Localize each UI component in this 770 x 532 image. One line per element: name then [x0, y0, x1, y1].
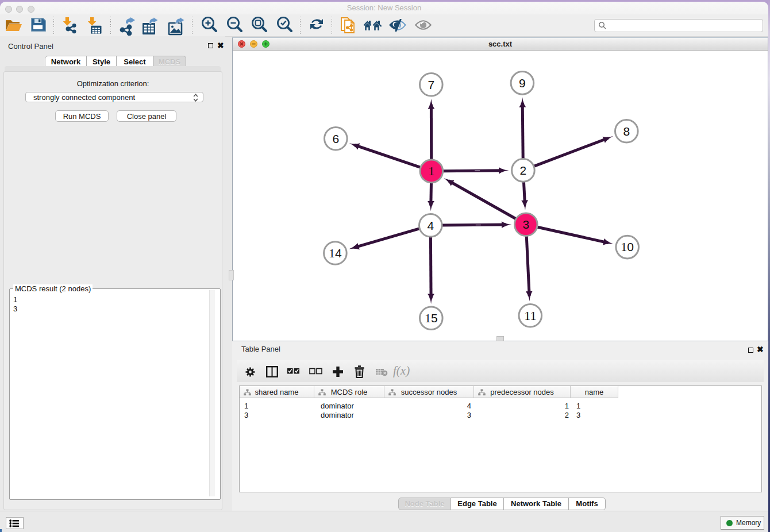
svg-text:11: 11: [524, 309, 536, 323]
svg-text:3: 3: [522, 218, 529, 231]
svg-text:6: 6: [332, 132, 339, 145]
svg-text:9: 9: [519, 76, 526, 90]
svg-text:1: 1: [428, 164, 434, 178]
svg-text:2: 2: [520, 164, 527, 177]
svg-text:7: 7: [428, 78, 434, 91]
svg-text:10: 10: [621, 240, 634, 254]
svg-text:15: 15: [425, 311, 438, 325]
svg-text:14: 14: [329, 246, 342, 260]
svg-text:8: 8: [623, 125, 630, 138]
svg-text:4: 4: [427, 219, 434, 232]
